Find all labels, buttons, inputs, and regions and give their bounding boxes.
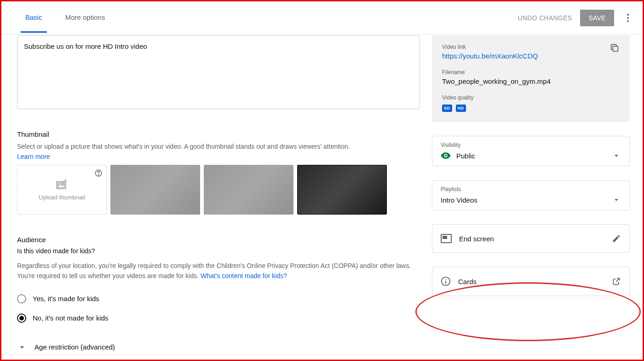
radio-not-made-for-kids[interactable]: No, it's not made for kids: [17, 314, 420, 323]
sd-badge: SD: [442, 105, 452, 112]
thumbnail-learn-more-link[interactable]: Learn more: [17, 153, 420, 160]
coppa-learn-link[interactable]: What's content made for kids?: [201, 272, 287, 279]
more-options-icon[interactable]: [622, 12, 633, 23]
cards-card[interactable]: Cards: [432, 267, 630, 296]
age-restriction-expand[interactable]: Age restriction (advanced): [17, 342, 420, 352]
upload-thumbnail-label: Upload thumbnail: [39, 194, 85, 201]
visibility-dropdown[interactable]: Visibility Public: [432, 136, 630, 166]
video-link[interactable]: https://youtu.be/mXaonKlcCDQ: [442, 52, 620, 60]
info-icon: [441, 276, 451, 286]
thumbnail-title: Thumbnail: [17, 130, 420, 138]
chevron-down-icon: [612, 195, 621, 204]
audience-title: Audience: [17, 236, 420, 244]
svg-rect-7: [613, 46, 618, 51]
audience-question: Is this video made for kids?: [17, 247, 420, 255]
thumbnail-row: Upload thumbnail: [17, 165, 420, 215]
copy-link-icon[interactable]: [610, 43, 620, 53]
video-link-label: Video link: [442, 44, 620, 50]
end-screen-card[interactable]: End screen: [432, 224, 630, 253]
svg-rect-2: [56, 181, 66, 189]
thumbnail-option-1[interactable]: [110, 165, 200, 215]
audience-radio-group: Yes, it's made for kids No, it's not mad…: [17, 294, 420, 323]
chevron-down-icon: [17, 342, 27, 352]
undo-changes-button[interactable]: UNDO CHANGES: [518, 14, 572, 22]
header-bar: Basic More options UNDO CHANGES SAVE: [1, 1, 643, 35]
description-textarea[interactable]: Subscribe us on for more HD Intro video: [17, 35, 420, 109]
open-external-icon: [612, 277, 621, 286]
help-icon[interactable]: [94, 169, 103, 177]
public-eye-icon: [441, 152, 451, 159]
header-actions: UNDO CHANGES SAVE: [518, 10, 633, 26]
svg-point-9: [445, 155, 447, 157]
tabs: Basic More options: [21, 3, 109, 33]
hd-badge: HD: [456, 105, 466, 112]
filename-value: Two_people_working_on_gym.mp4: [442, 77, 620, 85]
tab-more-options[interactable]: More options: [61, 3, 110, 33]
end-screen-icon: [441, 234, 452, 243]
video-quality-label: Video quality: [442, 94, 620, 101]
thumbnail-option-2[interactable]: [204, 165, 293, 215]
svg-rect-6: [63, 180, 67, 181]
playlists-dropdown[interactable]: Playlists Intro Videos: [432, 180, 630, 210]
radio-made-for-kids[interactable]: Yes, it's made for kids: [17, 294, 420, 303]
audience-desc: Regardless of your location, you're lega…: [17, 261, 420, 281]
svg-rect-11: [443, 236, 447, 239]
video-info-card: Video link https://youtu.be/mXaonKlcCDQ …: [432, 35, 630, 122]
image-add-icon: [56, 179, 68, 189]
svg-point-14: [445, 279, 446, 280]
chevron-down-icon: [612, 151, 621, 160]
thumbnail-desc: Select or upload a picture that shows wh…: [17, 142, 420, 151]
upload-thumbnail-button[interactable]: Upload thumbnail: [17, 165, 107, 215]
tab-basic[interactable]: Basic: [21, 3, 47, 33]
save-button[interactable]: SAVE: [580, 10, 614, 26]
svg-point-1: [98, 175, 98, 175]
pencil-icon: [612, 234, 621, 243]
filename-label: Filename: [442, 69, 620, 76]
thumbnail-option-3-selected[interactable]: [297, 165, 387, 215]
svg-point-4: [58, 182, 60, 184]
